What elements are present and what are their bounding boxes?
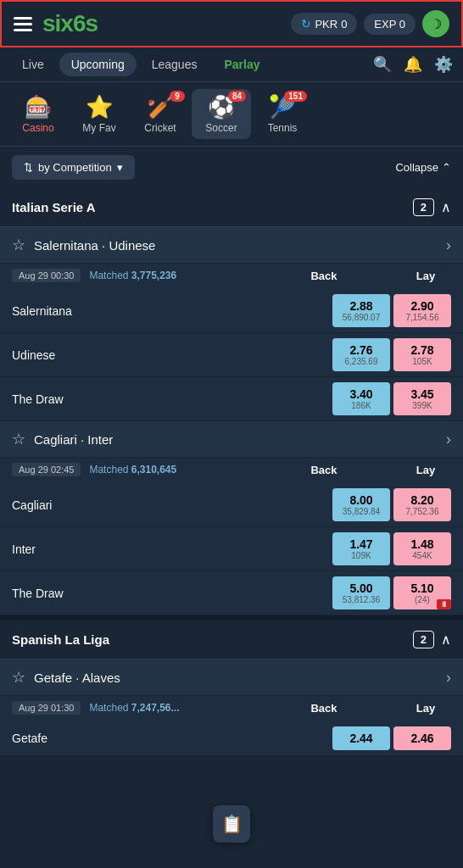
exp-balance-button[interactable]: EXP 0 bbox=[364, 14, 416, 35]
bet-slip-button[interactable]: 📋 bbox=[213, 805, 250, 843]
odds-pair-udinese: 2.766,235.69 2.78105K bbox=[332, 338, 451, 371]
team-getafe: Getafe bbox=[12, 732, 332, 745]
sport-item-casino[interactable]: 🎰 Casino bbox=[8, 89, 68, 139]
back-odds-getafe[interactable]: 2.44 bbox=[332, 726, 390, 750]
pkr-balance-button[interactable]: ↻ PKR 0 bbox=[291, 13, 357, 35]
odds-pair-draw-1: 3.40186K 3.45399K bbox=[332, 382, 451, 415]
match-arrow-sal-udi: › bbox=[446, 236, 451, 254]
moon-icon: ☽ bbox=[430, 16, 442, 32]
match-date-sal-udi: Aug 29 00:30 bbox=[12, 269, 81, 282]
lay-header-cag-int: Lay bbox=[400, 464, 451, 476]
league-header-serie-a: Italian Serie A 2 ∧ bbox=[0, 188, 463, 227]
filter-bar: ⇅ by Competition ▾ Collapse ⌃ bbox=[0, 147, 463, 188]
suspended-badge: ⏸ bbox=[437, 599, 451, 609]
league-count-serie-a: 2 bbox=[413, 198, 434, 216]
odds-row-udinese: Udinese 2.766,235.69 2.78105K bbox=[0, 333, 463, 377]
odds-pair-draw-2: 5.0053,812.36 5.10(24) ⏸ bbox=[332, 576, 451, 609]
odds-row-draw-1: The Draw 3.40186K 3.45399K bbox=[0, 377, 463, 421]
myfav-icon: ⭐ bbox=[86, 94, 113, 120]
favorite-icon-cag-int[interactable]: ☆ bbox=[12, 430, 25, 448]
match-title-get-ala: ☆ Getafe · Alaves bbox=[12, 668, 120, 687]
back-odds-inter[interactable]: 1.47109K bbox=[332, 532, 390, 565]
lay-odds-cagliari[interactable]: 8.207,752.36 bbox=[393, 488, 451, 521]
back-odds-draw-2[interactable]: 5.0053,812.36 bbox=[332, 576, 390, 609]
league-count-la-liga: 2 bbox=[413, 631, 434, 648]
refresh-icon: ↻ bbox=[301, 17, 311, 31]
app-header: six6s ↻ PKR 0 EXP 0 ☽ bbox=[0, 0, 463, 47]
soccer-label: Soccer bbox=[205, 122, 237, 134]
lay-odds-inter[interactable]: 1.48454K bbox=[393, 532, 451, 565]
sport-item-myfav[interactable]: ⭐ My Fav bbox=[70, 89, 129, 139]
hamburger-menu[interactable] bbox=[14, 17, 32, 31]
match-arrow-cag-int: › bbox=[446, 431, 451, 448]
header-left: six6s bbox=[14, 10, 98, 37]
back-header-cag-int: Back bbox=[298, 464, 349, 476]
pkr-label: PKR bbox=[315, 18, 337, 31]
lay-odds-getafe[interactable]: 2.46 bbox=[393, 726, 451, 750]
match-arrow-get-ala: › bbox=[446, 669, 451, 687]
back-odds-salernitana[interactable]: 2.8856,890.07 bbox=[332, 294, 390, 327]
tennis-badge: 151 bbox=[284, 91, 307, 102]
pkr-value: 0 bbox=[341, 18, 347, 31]
back-odds-draw-1[interactable]: 3.40186K bbox=[332, 382, 390, 415]
search-button[interactable]: 🔍 bbox=[373, 55, 392, 74]
odds-row-inter: Inter 1.47109K 1.48454K bbox=[0, 527, 463, 571]
lay-odds-draw-1[interactable]: 3.45399K bbox=[393, 382, 451, 415]
team-inter: Inter bbox=[12, 542, 332, 556]
team-draw-2: The Draw bbox=[12, 587, 332, 600]
tab-live[interactable]: Live bbox=[10, 53, 56, 76]
tab-upcoming[interactable]: Upcoming bbox=[59, 53, 137, 76]
odds-row-getafe: Getafe 2.44 2.46 bbox=[0, 721, 463, 756]
lay-odds-salernitana[interactable]: 2.907,154.56 bbox=[393, 294, 451, 327]
match-title-sal-udi: ☆ Salernitana · Udinese bbox=[12, 236, 155, 254]
match-header-cag-int[interactable]: ☆ Cagliari · Inter › bbox=[0, 421, 463, 458]
favorite-icon-get-ala[interactable]: ☆ bbox=[12, 668, 25, 687]
header-right: ↻ PKR 0 EXP 0 ☽ bbox=[291, 10, 449, 37]
theme-toggle-button[interactable]: ☽ bbox=[422, 10, 449, 37]
match-meta-sal-udi: Aug 29 00:30 Matched 3,775,236 Back Lay bbox=[0, 264, 463, 289]
back-odds-udinese[interactable]: 2.766,235.69 bbox=[332, 338, 390, 371]
league-collapse-icon-la-liga[interactable]: ∧ bbox=[441, 632, 451, 648]
collapse-button[interactable]: Collapse ⌃ bbox=[395, 161, 451, 174]
match-date-cag-int: Aug 29 02:45 bbox=[12, 463, 81, 476]
sports-category-bar: 🎰 Casino ⭐ My Fav 9 🏏 Cricket 84 ⚽ Socce… bbox=[0, 82, 463, 147]
league-name-serie-a: Italian Serie A bbox=[12, 200, 96, 214]
match-header-sal-udi[interactable]: ☆ Salernitana · Udinese › bbox=[0, 227, 463, 264]
odds-pair-inter: 1.47109K 1.48454K bbox=[332, 532, 451, 565]
app-logo: six6s bbox=[42, 10, 98, 37]
odds-row-cagliari: Cagliari 8.0035,829.84 8.207,752.36 bbox=[0, 483, 463, 527]
team-cagliari: Cagliari bbox=[12, 498, 332, 512]
match-meta-cag-int: Aug 29 02:45 Matched 6,310,645 Back Lay bbox=[0, 458, 463, 483]
sort-label: by Competition bbox=[38, 161, 112, 174]
casino-label: Casino bbox=[22, 122, 53, 134]
settings-button[interactable]: ⚙️ bbox=[434, 55, 453, 74]
tab-parlay[interactable]: Parlay bbox=[212, 53, 271, 76]
sort-by-competition-button[interactable]: ⇅ by Competition ▾ bbox=[12, 155, 135, 180]
back-odds-cagliari[interactable]: 8.0035,829.84 bbox=[332, 488, 390, 521]
team-udinese: Udinese bbox=[12, 348, 332, 362]
league-collapse-icon-serie-a[interactable]: ∧ bbox=[441, 199, 451, 215]
back-lay-headers-sal-udi: Back Lay bbox=[298, 270, 451, 282]
league-right-la-liga: 2 ∧ bbox=[413, 631, 451, 648]
tennis-label: Tennis bbox=[268, 122, 298, 134]
odds-pair-getafe: 2.44 2.46 bbox=[332, 726, 451, 750]
lay-odds-udinese[interactable]: 2.78105K bbox=[393, 338, 451, 371]
nav-action-icons: 🔍 🔔 ⚙️ bbox=[373, 55, 453, 74]
lay-odds-draw-2[interactable]: 5.10(24) ⏸ bbox=[393, 576, 451, 609]
sport-item-tennis[interactable]: 151 🎾 Tennis bbox=[253, 89, 312, 139]
match-meta-get-ala: Aug 29 01:30 Matched 7,247,56... Back La… bbox=[0, 696, 463, 721]
soccer-badge: 84 bbox=[228, 91, 246, 102]
notification-button[interactable]: 🔔 bbox=[404, 55, 422, 74]
tab-leagues[interactable]: Leagues bbox=[140, 53, 209, 76]
match-name-get-ala: Getafe · Alaves bbox=[34, 670, 120, 685]
league-name-la-liga: Spanish La Liga bbox=[12, 632, 109, 647]
match-name-cag-int: Cagliari · Inter bbox=[34, 432, 113, 447]
sport-item-soccer[interactable]: 84 ⚽ Soccer bbox=[192, 89, 251, 139]
favorite-icon-sal-udi[interactable]: ☆ bbox=[12, 236, 25, 254]
match-header-get-ala[interactable]: ☆ Getafe · Alaves › bbox=[0, 659, 463, 696]
sort-icon: ⇅ bbox=[24, 161, 33, 174]
sport-item-cricket[interactable]: 9 🏏 Cricket bbox=[131, 89, 190, 139]
back-header-get-ala: Back bbox=[298, 702, 349, 715]
cricket-label: Cricket bbox=[144, 122, 176, 134]
chevron-down-icon: ▾ bbox=[117, 161, 123, 174]
